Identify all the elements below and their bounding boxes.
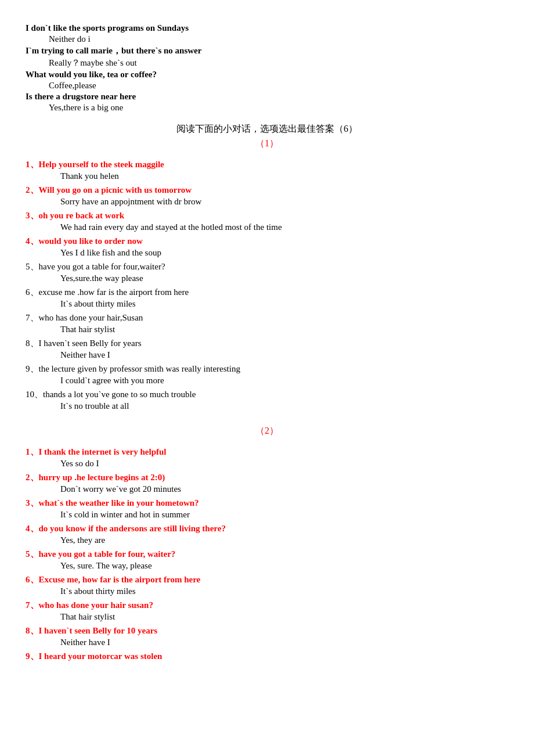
section2-item-9: 9、I heard your motorcar was stolen [26, 651, 508, 662]
section1-question-8: 8、I haven`t seen Belly for years [26, 338, 508, 349]
section1-question-5: 5、have you got a table for four,waiter? [26, 261, 508, 272]
section1-list: 1、Help yourself to the steek maggileThan… [26, 159, 508, 411]
section2-question-3: 3、what`s the weather like in your hometo… [26, 498, 508, 509]
intro-q1: I don`t like the sports programs on Sund… [26, 23, 508, 33]
intro-a1: Neither do i [26, 34, 508, 44]
section2-question-4: 4、do you know if the andersons are still… [26, 523, 508, 534]
intro-pair-3: What would you like, tea or coffee? Coff… [26, 70, 508, 91]
intro-a2: Really？maybe she`s out [26, 57, 508, 69]
section1-item-7: 7、who has done your hair,SusanThat hair … [26, 312, 508, 334]
section2-answer-1: Yes so do I [26, 459, 508, 469]
section1-question-4: 4、would you like to order now [26, 236, 508, 247]
intro-pair-4: Is there a drugstore near here Yes,there… [26, 92, 508, 113]
section1-answer-4: Yes I d like fish and the soup [26, 248, 508, 258]
section2-answer-2: Don`t worry we`ve got 20 minutes [26, 484, 508, 494]
section2-question-6: 6、Excuse me, how far is the airport from… [26, 574, 508, 585]
section2-header: （2） [26, 425, 508, 437]
section1-item-5: 5、have you got a table for four,waiter?Y… [26, 261, 508, 283]
section1-answer-10: It`s no trouble at all [26, 401, 508, 411]
section2-item-7: 7、who has done your hair susan?That hair… [26, 600, 508, 622]
section1-answer-7: That hair stylist [26, 325, 508, 334]
section2-item-5: 5、have you got a table for four, waiter?… [26, 549, 508, 571]
intro-q4: Is there a drugstore near here [26, 92, 508, 102]
section1-item-10: 10、thands a lot you`ve gone to so much t… [26, 389, 508, 411]
section2-answer-7: That hair stylist [26, 612, 508, 622]
section2-item-4: 4、do you know if the andersons are still… [26, 523, 508, 545]
section2-answer-4: Yes, they are [26, 535, 508, 545]
section2-answer-3: It`s cold in winter and hot in summer [26, 510, 508, 520]
section2-question-2: 2、hurry up .he lecture begins at 2:0) [26, 472, 508, 483]
section2-question-7: 7、who has done your hair susan? [26, 600, 508, 611]
section2-item-6: 6、Excuse me, how far is the airport from… [26, 574, 508, 596]
section1-answer-1: Thank you helen [26, 171, 508, 181]
intro-a3: Coffee,please [26, 81, 508, 91]
section2-question-9: 9、I heard your motorcar was stolen [26, 651, 508, 662]
intro-section: I don`t like the sports programs on Sund… [26, 23, 508, 113]
section2-answer-5: Yes, sure. The way, please [26, 561, 508, 571]
section2-question-1: 1、I thank the internet is very helpful [26, 447, 508, 458]
section1-header: 阅读下面的小对话，选项选出最佳答案（6） [26, 123, 508, 135]
section2-answer-6: It`s about thirty miles [26, 586, 508, 596]
section1-item-8: 8、I haven`t seen Belly for yearsNeither … [26, 338, 508, 360]
section2-answer-8: Neither have I [26, 638, 508, 647]
section2-question-5: 5、have you got a table for four, waiter? [26, 549, 508, 560]
section1-question-7: 7、who has done your hair,Susan [26, 312, 508, 323]
section2-item-2: 2、hurry up .he lecture begins at 2:0)Don… [26, 472, 508, 494]
section2-question-8: 8、I haven`t seen Belly for 10 years [26, 625, 508, 636]
section1-item-3: 3、oh you re back at workWe had rain ever… [26, 210, 508, 232]
section1-answer-2: Sorry have an appojntment with dr brow [26, 197, 508, 207]
section1-item-2: 2、Will you go on a picnic with us tomorr… [26, 185, 508, 207]
section2-item-8: 8、I haven`t seen Belly for 10 yearsNeith… [26, 625, 508, 647]
section1-item-1: 1、Help yourself to the steek maggileThan… [26, 159, 508, 181]
section1-question-2: 2、Will you go on a picnic with us tomorr… [26, 185, 508, 196]
section1-item-6: 6、excuse me .how far is the airport from… [26, 287, 508, 309]
section1-item-4: 4、would you like to order nowYes I d lik… [26, 236, 508, 258]
section1-question-1: 1、Help yourself to the steek maggile [26, 159, 508, 170]
section2-item-1: 1、I thank the internet is very helpfulYe… [26, 447, 508, 469]
section1-question-10: 10、thands a lot you`ve gone to so much t… [26, 389, 508, 400]
section2-item-3: 3、what`s the weather like in your hometo… [26, 498, 508, 520]
intro-q2: I`m trying to call marie，but there`s no … [26, 45, 508, 56]
section1-question-9: 9、the lecture given by professor smith w… [26, 363, 508, 375]
section1-item-9: 9、the lecture given by professor smith w… [26, 363, 508, 386]
section1-answer-9: I could`t agree with you more [26, 376, 508, 386]
intro-pair-1: I don`t like the sports programs on Sund… [26, 23, 508, 44]
section1-answer-8: Neither have I [26, 350, 508, 360]
section1-sub: （1） [26, 138, 508, 150]
intro-q3: What would you like, tea or coffee? [26, 70, 508, 80]
section1-answer-5: Yes,sure.the way please [26, 273, 508, 283]
section1-answer-6: It`s about thirty miles [26, 299, 508, 309]
section1-question-3: 3、oh you re back at work [26, 210, 508, 221]
section1-answer-3: We had rain every day and stayed at the … [26, 222, 508, 232]
intro-a4: Yes,there is a big one [26, 103, 508, 113]
section2-list: 1、I thank the internet is very helpfulYe… [26, 447, 508, 662]
section1-question-6: 6、excuse me .how far is the airport from… [26, 287, 508, 298]
intro-pair-2: I`m trying to call marie，but there`s no … [26, 45, 508, 69]
